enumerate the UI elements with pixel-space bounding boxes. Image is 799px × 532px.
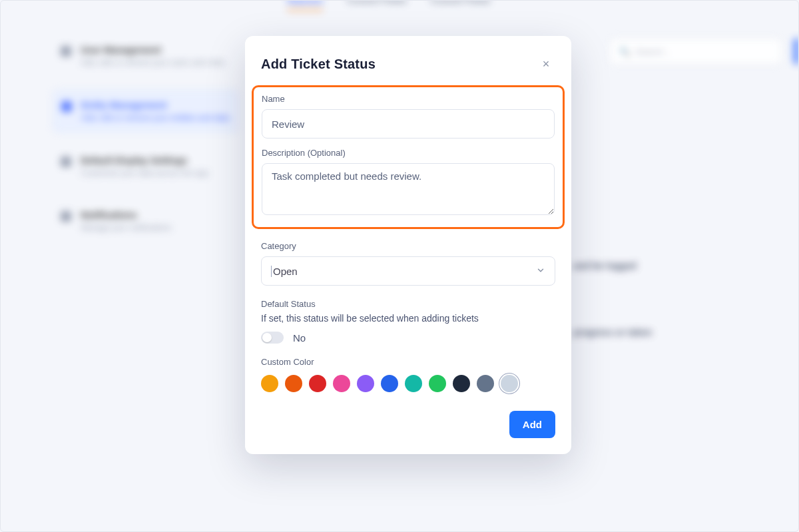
default-status-toggle[interactable] <box>261 332 284 344</box>
color-swatch-green[interactable] <box>429 375 446 392</box>
default-status-value-label: No <box>293 332 306 344</box>
modal-header: Add Ticket Status × <box>261 55 555 73</box>
description-label: Description (Optional) <box>262 148 555 158</box>
default-status-help: If set, this status will be selected whe… <box>261 313 555 324</box>
category-select[interactable]: Open <box>261 256 555 286</box>
custom-color-group: Custom Color <box>261 357 555 392</box>
modal-footer: Add <box>261 411 555 438</box>
color-swatch-navy[interactable] <box>453 375 470 392</box>
description-field-group: Description (Optional) Task completed bu… <box>262 148 555 218</box>
default-status-group: Default Status If set, this status will … <box>261 299 555 344</box>
color-swatch-blue[interactable] <box>381 375 398 392</box>
color-swatch-purple[interactable] <box>357 375 374 392</box>
close-button[interactable]: × <box>537 55 555 73</box>
color-swatch-teal[interactable] <box>405 375 422 392</box>
category-value: Open <box>271 266 298 277</box>
modal-title: Add Ticket Status <box>261 57 376 72</box>
color-swatch-pink[interactable] <box>333 375 350 392</box>
name-field-group: Name <box>262 94 555 138</box>
modal-overlay: Add Ticket Status × Name Description (Op… <box>1 1 798 531</box>
color-swatch-vermilion[interactable] <box>285 375 302 392</box>
default-status-label: Default Status <box>261 299 555 309</box>
color-swatch-light-gray[interactable] <box>501 375 518 392</box>
highlighted-fields: Name Description (Optional) Task complet… <box>252 85 565 229</box>
color-swatches <box>261 375 555 392</box>
description-input[interactable]: Task completed but needs review. <box>262 163 555 215</box>
category-label: Category <box>261 241 555 251</box>
custom-color-label: Custom Color <box>261 357 555 367</box>
color-swatch-slate[interactable] <box>477 375 494 392</box>
add-ticket-status-modal: Add Ticket Status × Name Description (Op… <box>245 36 571 454</box>
close-icon: × <box>543 57 550 71</box>
add-button[interactable]: Add <box>509 411 555 438</box>
color-swatch-orange[interactable] <box>261 375 278 392</box>
name-label: Name <box>262 94 555 104</box>
chevron-down-icon <box>536 266 545 277</box>
category-field-group: Category Open <box>261 241 555 286</box>
color-swatch-red[interactable] <box>309 375 326 392</box>
name-input[interactable] <box>262 109 555 138</box>
toggle-knob <box>262 333 272 342</box>
